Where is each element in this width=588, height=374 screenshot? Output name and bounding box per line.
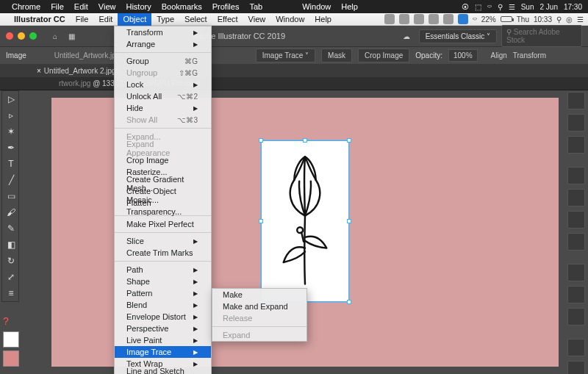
selected-image[interactable] [261,140,349,302]
workspace-switcher[interactable]: Essentials Classic ˅ [419,29,497,43]
spotlight-icon[interactable]: ⚲ [498,3,503,11]
eraser-tool-icon[interactable]: ◧ [2,237,20,253]
panel-icon[interactable] [567,211,585,229]
submenu-item-make-and-expand[interactable]: Make and Expand [212,301,306,312]
menu-item-transform[interactable]: Transform▶ [115,26,211,38]
menu-item-pattern[interactable]: Pattern▶ [115,287,211,299]
sys-menu-bookmarks[interactable]: Bookmarks [162,2,202,11]
width-tool-icon[interactable]: ≡ [2,285,20,301]
ai-menu-help[interactable]: Help [309,13,337,26]
panel-icon[interactable] [567,233,585,251]
siri-icon[interactable]: ◎ [566,15,573,24]
fill-swatch[interactable] [3,331,19,348]
panel-icon[interactable] [567,114,585,132]
ai-menu-file[interactable]: File [71,13,94,26]
spotlight-icon[interactable]: ⚲ [556,15,562,24]
image-trace-button[interactable]: Image Trace ˅ [256,48,315,62]
menu-item-live-paint[interactable]: Live Paint▶ [115,334,211,346]
submenu-item-make[interactable]: Make [212,289,306,301]
menu-item-flatten-transparency-[interactable]: Flatten Transparency... [115,201,211,213]
direct-selection-tool-icon[interactable]: ▹ [2,107,20,123]
menu-item-arrange[interactable]: Arrange▶ [115,38,211,50]
ai-menu-effect[interactable]: Effect [212,13,243,26]
panel-icon[interactable] [567,167,585,184]
tray-icon[interactable] [399,14,409,24]
pencil-tool-icon[interactable]: ✎ [2,220,20,237]
menu-icon[interactable]: ☰ [577,15,584,24]
wifi-icon[interactable]: ⌔ [487,3,492,11]
menu-item-line-and-sketch-art[interactable]: Line and Sketch Art▶ [115,370,211,374]
paintbrush-tool-icon[interactable]: 🖌 [2,204,20,220]
menu-item-perspective[interactable]: Perspective▶ [115,323,211,334]
ai-menu-object[interactable]: Object [118,13,151,26]
magic-wand-tool-icon[interactable]: ✶ [2,123,20,140]
ai-menu-edit[interactable]: Edit [93,13,118,26]
menu-item-group[interactable]: Group⌘G [115,55,211,67]
sys-menu-view[interactable]: View [98,2,116,11]
search-input[interactable]: ⚲ Search Adobe Stock [501,25,582,47]
ai-menu-window[interactable]: Window [270,13,309,26]
tray-icon[interactable] [414,14,424,24]
type-tool-icon[interactable]: T [2,156,20,172]
ai-menu-app[interactable]: Illustrator CC [9,13,71,26]
rotate-tool-icon[interactable]: ↻ [2,253,20,269]
pen-tool-icon[interactable]: ✒ [2,140,20,156]
menu-item-slice[interactable]: Slice▶ [115,235,211,247]
menu-item-shape[interactable]: Shape▶ [115,276,211,287]
sys-menu-tab[interactable]: Tab [249,2,262,11]
menu-item-image-trace[interactable]: Image Trace▶ [115,346,211,358]
panel-icon[interactable] [567,189,585,206]
line-tool-icon[interactable]: ╱ [2,172,20,188]
transform-label[interactable]: Transform [513,51,546,60]
tray-icon[interactable] [443,14,453,24]
cloud-icon[interactable]: ☁ [398,29,415,43]
wifi-icon[interactable]: ⌔ [473,15,477,24]
panel-icon[interactable] [567,308,585,326]
menu-item-make-pixel-perfect[interactable]: Make Pixel Perfect [115,218,211,230]
sys-menu-window[interactable]: Window [302,2,331,11]
panel-icon[interactable] [567,264,585,281]
menu-item-path[interactable]: Path▶ [115,264,211,276]
opacity-input[interactable]: 100% [448,49,478,62]
sys-menu-help[interactable]: Help [341,2,358,11]
battery-icon[interactable] [501,16,512,22]
ai-menu-type[interactable]: Type [151,13,179,26]
panel-icon[interactable] [567,339,585,356]
status-icon[interactable]: ⬚ [475,3,481,11]
tray-icon[interactable] [384,14,395,24]
ai-menu-select[interactable]: Select [179,13,212,26]
ai-menu-view[interactable]: View [243,13,271,26]
panel-icon[interactable] [567,92,585,109]
menu-item-blend[interactable]: Blend▶ [115,299,211,311]
selection-tool-icon[interactable]: ▷ [2,91,20,107]
mask-button[interactable]: Mask [321,48,352,62]
sys-menu-chrome[interactable]: Chrome [12,2,40,11]
sys-menu-history[interactable]: History [126,2,151,11]
menu-item-create-trim-marks[interactable]: Create Trim Marks [115,247,211,259]
sys-menu-file[interactable]: File [51,2,64,11]
crop-image-button[interactable]: Crop Image [358,48,409,62]
question-icon[interactable]: ? [3,315,22,327]
panel-icon[interactable] [567,136,585,154]
menu-icon[interactable]: ☰ [509,3,515,11]
home-icon[interactable]: ⌂ [47,29,63,43]
rectangle-tool-icon[interactable]: ▭ [2,188,20,204]
sys-menu-edit[interactable]: Edit [74,2,88,11]
stroke-swatch[interactable] [3,350,19,367]
align-label[interactable]: Align [491,51,507,60]
menu-item-hide[interactable]: Hide▶ [115,102,211,114]
menu-item-unlock-all[interactable]: Unlock All⌥⌘2 [115,90,211,102]
panel-icon[interactable] [567,286,585,303]
document-tab[interactable]: Untitled_Artwork 2.jpg* [44,67,119,75]
panel-icon[interactable] [567,361,585,374]
window-traffic-lights[interactable] [6,32,37,40]
scale-tool-icon[interactable]: ⤢ [2,269,20,285]
arrange-docs-icon[interactable]: ▦ [63,29,79,43]
sys-menu-profiles[interactable]: Profiles [212,2,240,11]
tray-icon[interactable] [458,14,468,24]
status-icon[interactable]: ⦿ [462,3,469,11]
menu-item-lock[interactable]: Lock▶ [115,79,211,90]
menu-item-envelope-distort[interactable]: Envelope Distort▶ [115,311,211,323]
tray-icon[interactable] [429,14,439,24]
menu-item-crop-image[interactable]: Crop Image [115,154,211,166]
